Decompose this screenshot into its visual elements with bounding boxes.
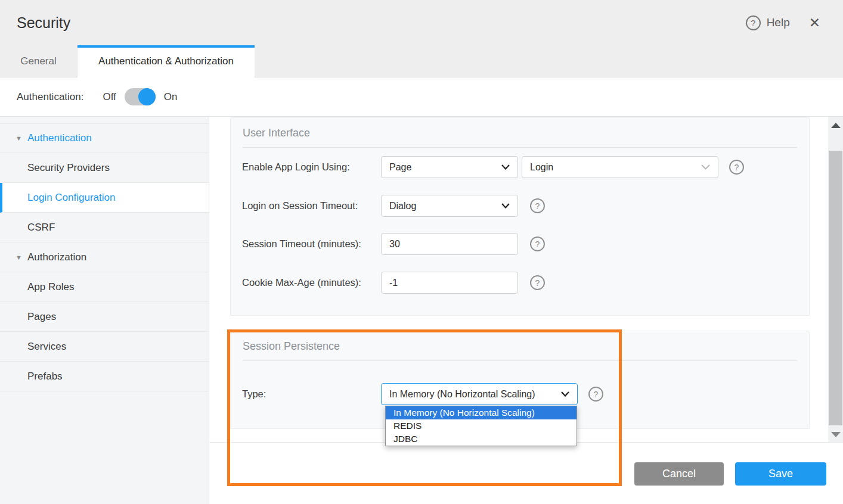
tab-general[interactable]: General bbox=[0, 45, 78, 77]
dropdown-option-jdbc[interactable]: JDBC bbox=[386, 433, 577, 446]
sidebar-item-services[interactable]: Services bbox=[0, 332, 209, 362]
help-icon[interactable]: ? bbox=[729, 160, 744, 175]
section-title: User Interface bbox=[231, 118, 809, 139]
select-value: Login bbox=[530, 162, 553, 173]
help-icon[interactable]: ? bbox=[530, 237, 545, 251]
sidebar-item-pages[interactable]: Pages bbox=[0, 302, 209, 332]
sidebar-item-authentication[interactable]: ▼ Authentication bbox=[0, 123, 209, 153]
scroll-up-icon[interactable] bbox=[831, 123, 841, 128]
save-button[interactable]: Save bbox=[735, 462, 826, 486]
login-session-timeout-row: Login on Session Timeout: Dialog ? bbox=[231, 195, 809, 217]
dropdown-option-redis[interactable]: REDIS bbox=[386, 419, 577, 433]
authentication-toggle[interactable] bbox=[125, 88, 156, 105]
select-value: In Memory (No Horizontal Scaling) bbox=[389, 389, 535, 400]
chevron-down-icon bbox=[501, 203, 510, 209]
session-persistence-type-select[interactable]: In Memory (No Horizontal Scaling) bbox=[381, 383, 578, 405]
sidebar-item-label: CSRF bbox=[27, 222, 55, 234]
tab-authentication-authorization[interactable]: Authentication & Authorization bbox=[78, 45, 255, 77]
sidebar-item-authorization[interactable]: ▼ Authorization bbox=[0, 242, 209, 272]
section-divider bbox=[243, 360, 797, 361]
help-label: Help bbox=[767, 16, 790, 29]
enable-app-login-row: Enable App Login Using: Page Login ? bbox=[231, 156, 809, 178]
page-title: Security bbox=[17, 14, 746, 32]
session-persistence-dropdown-menu: In Memory (No Horizontal Scaling) REDIS … bbox=[385, 406, 577, 446]
sidebar-item-security-providers[interactable]: Security Providers bbox=[0, 153, 209, 183]
sidebar-item-label: Login Configuration bbox=[27, 192, 115, 204]
help-button[interactable]: ? Help bbox=[746, 15, 790, 30]
user-interface-section: User Interface Enable App Login Using: P… bbox=[230, 117, 810, 316]
field-label: Session Timeout (minutes): bbox=[242, 233, 361, 255]
session-timeout-minutes-row: Session Timeout (minutes): ? bbox=[231, 233, 809, 255]
sidebar-item-prefabs[interactable]: Prefabs bbox=[0, 362, 209, 391]
toggle-off-label: Off bbox=[103, 91, 116, 103]
scrollbar-thumb[interactable] bbox=[829, 151, 842, 425]
close-icon[interactable]: ✕ bbox=[809, 16, 820, 30]
cancel-button[interactable]: Cancel bbox=[634, 462, 724, 486]
field-label: Cookie Max-Age (minutes): bbox=[242, 272, 361, 294]
cookie-max-age-row: Cookie Max-Age (minutes): ? bbox=[231, 272, 809, 294]
authentication-toggle-label: Authentication: bbox=[17, 91, 83, 103]
login-using-select[interactable]: Page bbox=[381, 156, 518, 178]
sidebar-item-app-roles[interactable]: App Roles bbox=[0, 272, 209, 302]
sidebar-item-label: Authentication bbox=[27, 132, 92, 144]
sidebar-item-label: Pages bbox=[27, 311, 56, 323]
chevron-down-icon bbox=[561, 391, 569, 397]
scroll-down-icon[interactable] bbox=[831, 432, 841, 437]
select-value: Page bbox=[389, 162, 411, 173]
field-label: Type: bbox=[242, 383, 266, 405]
help-icon: ? bbox=[746, 15, 761, 30]
tab-bar: General Authentication & Authorization bbox=[0, 45, 843, 77]
sidebar-item-label: Prefabs bbox=[27, 371, 63, 382]
field-label: Login on Session Timeout: bbox=[242, 195, 358, 217]
sidebar-item-label: Security Providers bbox=[27, 162, 110, 174]
section-title: Session Persistence bbox=[231, 331, 809, 353]
section-divider bbox=[243, 147, 797, 148]
dropdown-option-in-memory[interactable]: In Memory (No Horizontal Scaling) bbox=[386, 406, 577, 419]
help-icon[interactable]: ? bbox=[530, 198, 545, 213]
session-persistence-type-row: Type: In Memory (No Horizontal Scaling) … bbox=[231, 383, 809, 405]
sidebar-item-label: App Roles bbox=[27, 281, 74, 293]
sidebar-item-label: Authorization bbox=[27, 251, 86, 263]
help-icon[interactable]: ? bbox=[530, 275, 545, 290]
authentication-toggle-row: Authentication: Off On bbox=[0, 77, 843, 117]
login-page-select[interactable]: Login bbox=[522, 156, 718, 178]
sidebar-item-label: Services bbox=[27, 341, 66, 353]
toggle-on-label: On bbox=[164, 91, 178, 103]
dialog-footer: Cancel Save bbox=[209, 442, 843, 504]
field-label: Enable App Login Using: bbox=[242, 156, 350, 178]
help-icon[interactable]: ? bbox=[588, 387, 603, 402]
collapse-triangle-icon[interactable]: ▼ bbox=[16, 135, 22, 142]
chevron-down-icon bbox=[501, 164, 510, 170]
chevron-down-icon bbox=[701, 164, 710, 170]
vertical-scrollbar[interactable] bbox=[828, 117, 843, 442]
toggle-knob bbox=[138, 88, 156, 105]
sidebar-item-login-configuration[interactable]: Login Configuration bbox=[0, 183, 209, 213]
session-timeout-type-select[interactable]: Dialog bbox=[381, 195, 518, 217]
session-timeout-input[interactable] bbox=[381, 233, 518, 255]
sidebar: ▼ Authentication Security Providers Logi… bbox=[0, 117, 209, 504]
content-scroll-area: User Interface Enable App Login Using: P… bbox=[209, 117, 828, 442]
select-value: Dialog bbox=[389, 201, 416, 211]
cookie-max-age-input[interactable] bbox=[381, 272, 518, 294]
dialog-header: Security ? Help ✕ bbox=[0, 0, 843, 45]
security-dialog: Security ? Help ✕ General Authentication… bbox=[0, 0, 843, 504]
collapse-triangle-icon[interactable]: ▼ bbox=[16, 254, 22, 261]
sidebar-item-csrf[interactable]: CSRF bbox=[0, 213, 209, 242]
